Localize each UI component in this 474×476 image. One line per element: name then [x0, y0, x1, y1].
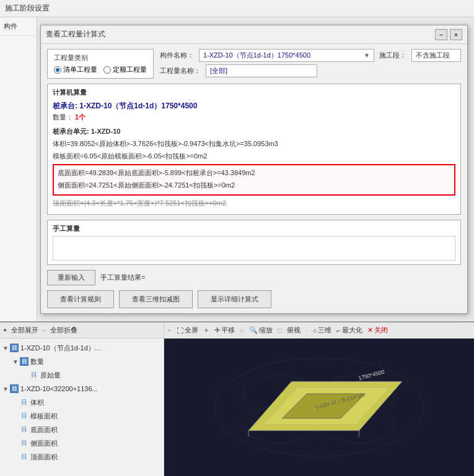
tree-item-6[interactable]: 目 底面面积	[0, 423, 164, 436]
tree-label-4: 体积	[30, 398, 44, 407]
radio-dinge-label: 定额工程量	[113, 65, 147, 74]
pan-icon: ✛	[214, 326, 220, 334]
show-detail-button[interactable]: 显示详细计算式	[198, 290, 271, 308]
tree-icon-4: 目	[20, 398, 29, 407]
tree-item-1[interactable]: ▼ 目 数量	[0, 355, 164, 368]
main-dialog: 查看工程量计算式 − × 工程量类别 清单工程量 定额工程量	[40, 25, 468, 314]
tree-label-2: 原始量	[40, 371, 61, 380]
component-name-label: 构件名称：	[160, 51, 194, 60]
radio-qingdan[interactable]: 清单工程量	[54, 65, 97, 74]
formula-line-4: 顶面面积=(4.3<长度>*1.75<宽度>)*7.5251<扣筏板>=0m2	[53, 198, 455, 209]
tree-label-1: 数量	[30, 357, 44, 366]
radio-row: 清单工程量 定额工程量	[54, 65, 147, 74]
radio-dinge[interactable]: 定额工程量	[103, 65, 147, 74]
zoom-icon: 🔍	[249, 326, 258, 334]
count-value: 1个	[75, 113, 86, 121]
expand-all-button[interactable]: 全部展开	[11, 326, 38, 335]
tree-arrow-3: ▼	[2, 386, 10, 392]
calc-rules-button[interactable]: 查看计算规则	[47, 290, 114, 308]
tree-icon-2: 目	[30, 371, 38, 379]
bottom-panel: ✦ 全部展开 − 全部折叠 ▼ 目 1-XZD-10（节点1d-1d）... ▼…	[0, 321, 474, 476]
tree-icon-8: 目	[20, 452, 29, 461]
view-panel: ⌐ ⛶ 全屏 ✦ ✛ 平移 ○ 🔍 缩放 □ 俯视 · ○ 三维	[164, 322, 474, 476]
tree-item-5[interactable]: 目 模板面积	[0, 409, 164, 423]
fullscreen-button[interactable]: ⛶ 全屏	[177, 326, 198, 335]
view-3d-button[interactable]: ○ 三维	[313, 326, 332, 335]
view-3d-icon: ○	[313, 327, 317, 334]
tree-item-0[interactable]: ▼ 目 1-XZD-10（节点1d-1d）...	[0, 341, 164, 355]
component-name-row: 构件名称： 1-XZD-10（节点1d-1d）1750*4500 ▼ 施工段： …	[160, 49, 461, 62]
formula-line-0: 体积=39.8052<原始体积>-3.7626<扣筏板>-0.9473<扣集水坑…	[53, 139, 455, 150]
top-section: 工程量类别 清单工程量 定额工程量 构件名称：	[47, 49, 461, 79]
tree-icon-7: 目	[20, 439, 29, 448]
computer-calc-section: 计算机算量 桩承台: 1-XZD-10（节点1d-1d）1750*4500 数量…	[47, 84, 461, 215]
tree-toolbar: ✦ 全部展开 − 全部折叠	[0, 322, 164, 339]
radio-dinge-circle	[103, 66, 111, 74]
dialog-titlebar: 查看工程量计算式 − ×	[41, 25, 467, 44]
top-view-button[interactable]: 俯视	[287, 326, 301, 335]
view-3d-button[interactable]: 查看三维扣减图	[119, 290, 193, 308]
close-view-button[interactable]: ✕ 关闭	[367, 326, 388, 335]
action-btn-row: 重新输入 手工算量结果=	[47, 270, 461, 285]
3d-scene: 1750*4500 1-XZD-10（节点1d-1d）	[164, 339, 474, 476]
tree-label-0: 1-XZD-10（节点1d-1d）...	[20, 344, 100, 353]
close-button[interactable]: ×	[450, 29, 462, 40]
stage-label: 施工段：	[379, 51, 406, 60]
manual-input-area[interactable]	[53, 236, 455, 261]
maximize-button[interactable]: ⌐ 最大化	[336, 326, 362, 335]
fullscreen-icon: ⛶	[177, 327, 183, 334]
bottom-btn-row: 查看计算规则 查看三维扣减图 显示详细计算式	[47, 290, 461, 308]
dialog-content: 工程量类别 清单工程量 定额工程量 构件名称：	[41, 44, 467, 313]
close-view-icon: ✕	[367, 326, 373, 334]
tree-label-7: 侧面面积	[30, 439, 58, 448]
tree-panel: ✦ 全部展开 − 全部折叠 ▼ 目 1-XZD-10（节点1d-1d）... ▼…	[0, 322, 164, 476]
quantity-type-box: 工程量类别 清单工程量 定额工程量	[47, 49, 154, 79]
corner-icon: ⌐	[168, 327, 172, 334]
quantity-name-row: 工程量名称： [全部]	[160, 64, 461, 77]
unit-title: 桩承台单元: 1-XZD-10	[53, 127, 455, 136]
quantity-name-value[interactable]: [全部]	[206, 64, 317, 77]
expand-icon: ✦	[2, 327, 7, 334]
dialog-title: 查看工程量计算式	[46, 29, 105, 40]
sidebar-item-component[interactable]: 构件	[0, 17, 37, 36]
tree-item-2[interactable]: 目 原始量	[0, 368, 164, 382]
tree-arrow-1: ▼	[12, 358, 20, 365]
component-info: 构件名称： 1-XZD-10（节点1d-1d）1750*4500 ▼ 施工段： …	[160, 49, 461, 79]
formula-highlight-box: 底面面积=49.2839<原始底面面积>-5.899<扣桩承台>=43.3849…	[53, 164, 455, 196]
pile-count: 数量： 1个	[53, 113, 455, 122]
tree-icon-0: 目	[10, 344, 19, 352]
tree-item-4[interactable]: 目 体积	[0, 396, 164, 409]
pan-button[interactable]: ✛ 平移	[214, 326, 235, 335]
dialog-controls: − ×	[435, 29, 462, 40]
zoom-button[interactable]: 🔍 缩放	[249, 326, 273, 335]
tree-label-6: 底面面积	[30, 425, 58, 435]
tree-item-8[interactable]: 目 顶面面积	[0, 450, 164, 464]
tree-item-7[interactable]: 目 侧面面积	[0, 436, 164, 450]
tree-icon-5: 目	[20, 412, 29, 420]
result-prefix: 手工算量结果=	[100, 273, 145, 282]
view-toolbar: ⌐ ⛶ 全屏 ✦ ✛ 平移 ○ 🔍 缩放 □ 俯视 · ○ 三维	[164, 322, 474, 339]
tree-label-8: 顶面面积	[30, 452, 58, 462]
computer-calc-title: 计算机算量	[53, 88, 455, 97]
stage-value: 不含施工段	[411, 49, 461, 62]
tree-icon-6: 目	[20, 425, 29, 434]
component-name-value[interactable]: 1-XZD-10（节点1d-1d）1750*4500 ▼	[199, 49, 374, 62]
tree-icon-1: 目	[20, 357, 29, 366]
tree-item-3[interactable]: ▼ 目 1-XZD-10<32200+1136...	[0, 382, 164, 396]
view-canvas: 1750*4500 1-XZD-10（节点1d-1d）	[164, 339, 474, 476]
radio-qingdan-label: 清单工程量	[63, 65, 97, 74]
formula-line-3: 侧面面积=24.7251<原始侧面面积>-24.7251<扣筏板>=0m2	[58, 180, 450, 191]
tree-content: ▼ 目 1-XZD-10（节点1d-1d）... ▼ 目 数量 目 原始量 ▼ …	[0, 339, 164, 476]
bg-topbar: 施工阶段设置	[0, 0, 474, 17]
tree-label-3: 1-XZD-10<32200+1136...	[20, 385, 98, 392]
formula-line-1: 模板面积=6.05<原始模板面积>-6.05<扣筏板>=0m2	[53, 151, 455, 162]
collapse-all-button[interactable]: 全部折叠	[50, 326, 77, 335]
tree-label-5: 模板面积	[30, 412, 58, 421]
quantity-type-label: 工程量类别	[54, 53, 147, 63]
manual-calc-section: 手工算量	[47, 220, 461, 265]
pile-cap-title: 桩承台: 1-XZD-10（节点1d-1d）1750*4500	[53, 101, 455, 111]
minimize-button[interactable]: −	[435, 29, 447, 40]
quantity-name-label: 工程量名称：	[160, 66, 201, 76]
component-name-dropdown: ▼	[364, 52, 370, 59]
reenter-button[interactable]: 重新输入	[47, 270, 95, 285]
